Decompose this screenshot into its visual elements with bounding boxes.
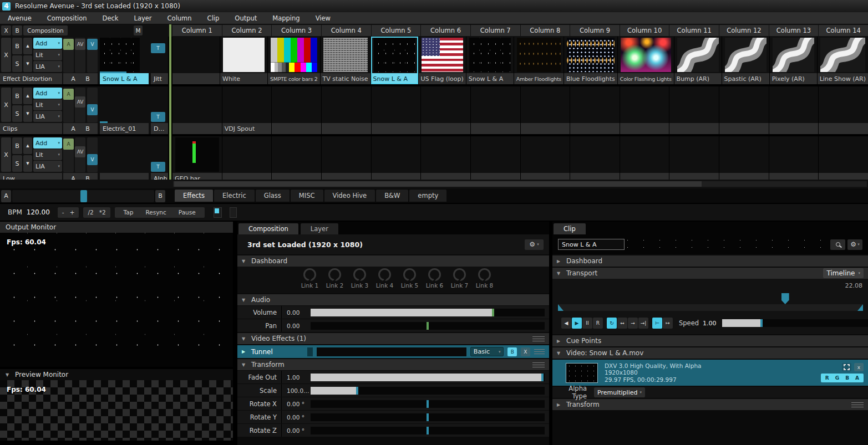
layer-x-button[interactable]: X xyxy=(1,88,11,122)
deck-tab-effects[interactable]: Effects xyxy=(175,190,213,202)
clip-dashboard-header[interactable]: Dashboard xyxy=(552,255,868,267)
column-header-2[interactable]: Column 2 xyxy=(222,25,272,36)
clip-cell[interactable]: GEO bar xyxy=(172,136,222,180)
pause-button[interactable]: II xyxy=(582,318,592,329)
param-slider[interactable] xyxy=(311,427,545,434)
composition-settings-button[interactable]: ⚙ ▾ xyxy=(525,239,544,250)
bpm-divide-multiply-button[interactable]: /2 *2 xyxy=(83,207,110,218)
clip-cell[interactable] xyxy=(322,136,371,180)
param-value[interactable]: 0.00 ° xyxy=(281,411,309,423)
clip-cell[interactable] xyxy=(421,136,470,180)
effect-remove-button[interactable]: X xyxy=(521,347,530,356)
param-value[interactable]: 0.00 ° xyxy=(281,397,309,410)
knob-icon[interactable] xyxy=(328,268,341,281)
slider-marker[interactable] xyxy=(427,427,429,434)
timeline-in-handle[interactable] xyxy=(558,304,564,311)
param-value[interactable]: 100.0… xyxy=(281,384,309,397)
clip-settings-button[interactable]: ⚙ ▾ xyxy=(847,239,862,250)
layer-transition-button[interactable]: T xyxy=(151,112,165,122)
video-source-row[interactable]: DXV 3.0 High Quality, With Alpha 1920x10… xyxy=(552,360,868,386)
param-value[interactable]: 0.00 xyxy=(281,319,309,332)
timeline-playhead[interactable] xyxy=(781,293,789,304)
clip-cell[interactable] xyxy=(521,136,570,180)
layer-a-button[interactable]: A xyxy=(71,175,75,180)
param-slider[interactable] xyxy=(311,413,545,421)
column-header-12[interactable]: Column 12 xyxy=(719,25,769,36)
clip-search-button[interactable] xyxy=(830,239,845,250)
clip-cell[interactable]: Spastic (AR) xyxy=(722,37,769,84)
effect-bypass-button[interactable]: B xyxy=(507,347,517,356)
layer-param-param3-dropdown[interactable]: LIA▾ xyxy=(33,161,62,172)
clip-cell[interactable] xyxy=(769,86,819,134)
clip-cell[interactable] xyxy=(819,136,868,180)
layer-bypass-button[interactable]: B xyxy=(12,38,22,54)
layer-active-clip-name[interactable]: Electric_01 xyxy=(100,123,149,134)
video-remove-button[interactable]: x xyxy=(854,363,864,371)
layer-extra-label[interactable]: Jitt xyxy=(151,73,168,84)
layer-bypass-button[interactable]: B xyxy=(12,88,22,104)
layer-param-param3-dropdown[interactable]: LIA▾ xyxy=(33,111,62,122)
layer-av-toggle[interactable]: AV xyxy=(75,96,85,108)
deck-tab-video-hive[interactable]: Video Hive xyxy=(324,190,375,202)
layer-active-clip-name[interactable]: Snow L & A xyxy=(100,73,149,84)
alpha-type-dropdown[interactable]: Premultiplied ▾ xyxy=(594,387,645,397)
layer-extra-label[interactable]: D… xyxy=(151,123,168,134)
layer-move-down-button[interactable]: ▼ xyxy=(23,55,32,72)
play-once-button[interactable]: → xyxy=(628,318,638,329)
layer-move-up-button[interactable]: ▲ xyxy=(23,137,32,154)
timeline-track[interactable] xyxy=(558,304,863,311)
layer-blend-mode-dropdown[interactable]: Add▾ xyxy=(33,38,62,49)
param-slider[interactable] xyxy=(311,322,545,330)
collapse-arrow-icon[interactable] xyxy=(6,372,11,377)
column-header-10[interactable]: Column 10 xyxy=(620,25,669,36)
layer-name[interactable]: Effect Distortion xyxy=(0,73,62,84)
menu-item-clip[interactable]: Clip xyxy=(200,12,227,24)
clip-cell[interactable] xyxy=(570,136,620,180)
layer-audio-toggle[interactable]: A xyxy=(63,39,74,50)
channel-r[interactable]: R xyxy=(825,375,829,381)
clip-cell[interactable] xyxy=(421,86,470,134)
collapse-arrow-icon[interactable] xyxy=(557,259,562,264)
clip-cell[interactable]: Amber Floodlights xyxy=(514,37,564,84)
deck-tab-misc[interactable]: MISC xyxy=(291,190,323,202)
column-header-3[interactable]: Column 3 xyxy=(272,25,321,36)
layer-video-toggle[interactable]: V xyxy=(87,39,98,50)
record-button[interactable]: R xyxy=(593,318,603,329)
slider-marker[interactable] xyxy=(356,387,358,395)
bpm-plus[interactable]: + xyxy=(70,209,75,216)
layer-b-button[interactable]: B xyxy=(85,75,90,83)
grid-horizontal-scrollbar[interactable] xyxy=(0,180,868,188)
crossfader-track[interactable] xyxy=(12,190,154,202)
cue-points-header[interactable]: Cue Points xyxy=(552,335,868,346)
clip-cell[interactable]: Bump (AR) xyxy=(674,37,722,84)
layer-video-toggle[interactable]: V xyxy=(87,104,98,115)
tab-layer[interactable]: Layer xyxy=(301,223,338,234)
loop-button[interactable]: ↻ xyxy=(607,318,617,329)
crossfader-a-button[interactable]: A xyxy=(1,190,11,202)
deck-tab-electric[interactable]: Electric xyxy=(214,190,255,202)
clip-cell[interactable]: VDJ Spout xyxy=(222,86,272,134)
tab-composition[interactable]: Composition xyxy=(238,223,298,234)
channel-toggle-rgba[interactable]: RGBA xyxy=(821,374,864,382)
clip-cell[interactable]: SMPTE color bars 2 xyxy=(268,37,320,84)
clip-cell[interactable] xyxy=(719,136,769,180)
transform-section-header[interactable]: Transform xyxy=(237,359,549,370)
clip-cell[interactable] xyxy=(620,136,669,180)
drag-handle-icon[interactable] xyxy=(532,336,545,341)
collapse-arrow-icon[interactable] xyxy=(557,351,562,356)
collapse-arrow-icon[interactable] xyxy=(242,362,247,367)
knob-icon[interactable] xyxy=(428,268,441,281)
video-section-header[interactable]: Video: Snow L & A.mov xyxy=(552,347,868,359)
slider-marker[interactable] xyxy=(492,309,494,316)
layer-move-up-button[interactable]: ▲ xyxy=(23,88,32,104)
layer-b-button[interactable]: B xyxy=(85,175,90,180)
clip-cell[interactable] xyxy=(372,136,421,180)
column-header-8[interactable]: Column 8 xyxy=(521,25,570,36)
menu-item-deck[interactable]: Deck xyxy=(95,12,126,24)
column-header-1[interactable]: Column 1 xyxy=(172,25,222,36)
param-value[interactable]: 0.00 xyxy=(281,306,309,319)
channel-b[interactable]: B xyxy=(845,375,849,381)
clip-cell[interactable]: US Flag (loop) xyxy=(419,37,466,84)
layer-param-param2-dropdown[interactable]: Lit▾ xyxy=(33,149,62,160)
layer-move-down-button[interactable]: ▼ xyxy=(23,155,32,172)
